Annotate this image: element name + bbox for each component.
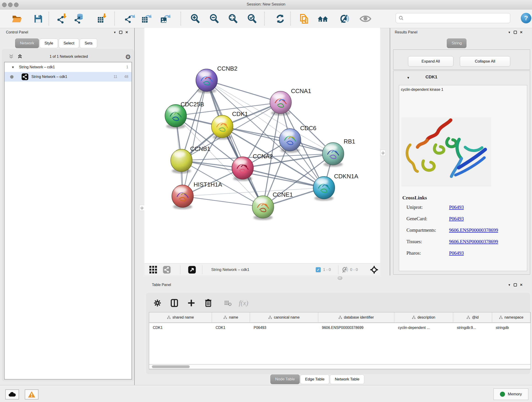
table-row[interactable]: CDK1CDK1P064939606.ENSP00000378699cyclin…	[149, 323, 530, 332]
crosslink-value-link[interactable]: P06493	[449, 216, 464, 222]
network-edge[interactable]	[207, 80, 281, 102]
birdseye-icon[interactable]	[188, 265, 196, 274]
left-splitter-handle[interactable]	[139, 205, 145, 211]
crosslink-label: Pharos:	[406, 250, 449, 256]
current-network-name: String Network – cdk1	[211, 265, 249, 274]
tab-network-table[interactable]: Network Table	[330, 375, 364, 384]
toolbar-separator	[49, 12, 49, 26]
network-collection-row[interactable]: ▼ String Network – cdk1 1	[5, 62, 132, 72]
panel-float-icon[interactable]	[512, 282, 518, 288]
network-node-RB1[interactable]: RB1	[322, 138, 355, 167]
column-header-database-identifier[interactable]: database identifier	[318, 313, 394, 322]
zoom-in-icon[interactable]	[189, 12, 202, 26]
save-session-icon[interactable]	[32, 12, 45, 26]
horizontal-splitter-handle[interactable]	[338, 276, 342, 280]
add-column-icon[interactable]	[186, 298, 196, 308]
network-edge[interactable]	[207, 80, 263, 207]
network-edge[interactable]	[183, 80, 207, 196]
collapse-all-chevrons-icon[interactable]	[8, 54, 14, 60]
column-header-description[interactable]: description	[394, 313, 453, 322]
network-node-CCNE1[interactable]: CCNE1	[252, 191, 293, 220]
columns-icon[interactable]	[169, 298, 179, 308]
network-node-CCNA1[interactable]: CCNA1	[270, 88, 311, 115]
tree-expander-icon[interactable]: ▼	[12, 65, 14, 69]
tab-string[interactable]: String	[447, 38, 467, 48]
zoom-selected-icon[interactable]	[245, 12, 259, 26]
horizontal-scrollbar[interactable]	[149, 364, 531, 369]
network-canvas[interactable]: CCNB2CCNA1CDC25BCDK1CDC6RB1CCNB1CCNA2CDK…	[144, 28, 380, 263]
warnings-button[interactable]	[25, 389, 38, 400]
network-edge[interactable]	[222, 127, 333, 154]
crosslink-value-link[interactable]: 9606.ENSP00000378699	[449, 239, 498, 245]
open-session-folder-icon[interactable]	[10, 12, 24, 26]
refresh-icon[interactable]	[273, 12, 287, 26]
export-table-icon[interactable]	[139, 12, 153, 26]
gear-icon[interactable]: ⚙	[125, 53, 131, 61]
expand-all-chevrons-icon[interactable]	[17, 54, 23, 60]
tab-node-table[interactable]: Node Table	[270, 375, 300, 384]
home-pair-icon[interactable]	[316, 12, 329, 26]
panel-float-icon[interactable]	[512, 29, 518, 35]
export-network-icon[interactable]	[123, 12, 136, 26]
panel-float-icon[interactable]	[118, 29, 124, 35]
tab-select[interactable]: Select	[59, 38, 79, 48]
import-network-database-icon[interactable]	[73, 12, 86, 26]
entry-expander-icon[interactable]: ▼	[407, 76, 410, 80]
search-input[interactable]	[405, 16, 510, 20]
import-table-icon[interactable]	[95, 12, 109, 26]
memory-button[interactable]: Memory	[494, 389, 528, 400]
network-view[interactable]: CCNB2CCNA1CDC25BCDK1CDC6RB1CCNB1CCNA2CDK…	[144, 28, 380, 263]
table-cell[interactable]: CDK1	[149, 323, 212, 332]
gear-icon[interactable]	[152, 298, 162, 308]
selected-checkbox-icon[interactable]: ✓	[316, 265, 321, 274]
network-edge[interactable]	[183, 196, 263, 207]
scrollbar-thumb[interactable]	[152, 365, 190, 368]
delete-column-icon[interactable]	[203, 298, 213, 308]
toolbar-separator	[264, 12, 265, 26]
show-eye-icon[interactable]	[359, 12, 372, 26]
column-header-shared-name[interactable]: shared name	[149, 313, 212, 322]
tab-sets[interactable]: Sets	[80, 38, 97, 48]
crosslink-value-link[interactable]: 9606.ENSP00000378699	[449, 227, 498, 233]
table-cell[interactable]: 9606.ENSP00000378699	[318, 323, 394, 332]
column-header-canonical-name[interactable]: canonical name	[250, 313, 318, 322]
table-cell[interactable]: stringdb	[492, 323, 530, 332]
column-header-name[interactable]: name	[212, 313, 250, 322]
node-label: CCNB1	[190, 145, 210, 152]
zoom-fit-icon[interactable]	[226, 12, 240, 26]
cloud-button[interactable]	[5, 389, 19, 400]
zoom-out-icon[interactable]	[208, 12, 221, 26]
help-button[interactable]: ?	[521, 13, 531, 23]
tab-style[interactable]: Style	[40, 38, 58, 48]
search-box[interactable]	[396, 13, 510, 23]
right-splitter-handle[interactable]	[380, 150, 386, 156]
tab-network[interactable]: Network	[15, 38, 39, 48]
hide-labels-icon[interactable]	[337, 12, 351, 26]
crosslinks-list: Uniprot:P06493GeneCard:P06493Compartment…	[406, 204, 522, 262]
column-header-namespace[interactable]: namespace	[492, 313, 530, 322]
panel-close-icon[interactable]: ✕	[124, 29, 130, 35]
grid-icon[interactable]	[149, 265, 157, 274]
tab-edge-table[interactable]: Edge Table	[300, 375, 329, 384]
table-cell[interactable]: P06493	[250, 323, 318, 332]
panel-close-icon[interactable]: ✕	[518, 29, 524, 35]
share-gray-icon[interactable]	[163, 265, 171, 274]
panel-collapse-icon[interactable]: ▾	[506, 29, 512, 35]
column-header-@id[interactable]: @id	[453, 313, 492, 322]
network-row-selected[interactable]: String Network – cdk1 11 48	[5, 72, 132, 82]
panel-close-icon[interactable]: ✕	[518, 282, 524, 288]
table-cell[interactable]: CDK1	[212, 323, 250, 332]
open-in-string-icon[interactable]	[298, 12, 311, 26]
network-node-CDKN1A[interactable]: CDKN1A	[313, 173, 358, 201]
import-network-file-icon[interactable]	[56, 12, 69, 26]
panel-collapse-icon[interactable]: ▾	[112, 29, 118, 35]
collapse-all-button[interactable]: Collapse All	[460, 56, 510, 67]
table-cell[interactable]: stringdb:9...	[453, 323, 492, 332]
crosslink-value-link[interactable]: P06493	[449, 250, 464, 256]
crosslink-value-link[interactable]: P06493	[449, 204, 464, 210]
expand-all-button[interactable]: Expand All	[408, 56, 453, 67]
crosshair-icon[interactable]	[370, 265, 378, 274]
table-cell[interactable]: cyclin-dependent ...	[394, 323, 453, 332]
panel-collapse-icon[interactable]: ▾	[506, 282, 512, 288]
export-image-icon[interactable]	[158, 12, 172, 26]
